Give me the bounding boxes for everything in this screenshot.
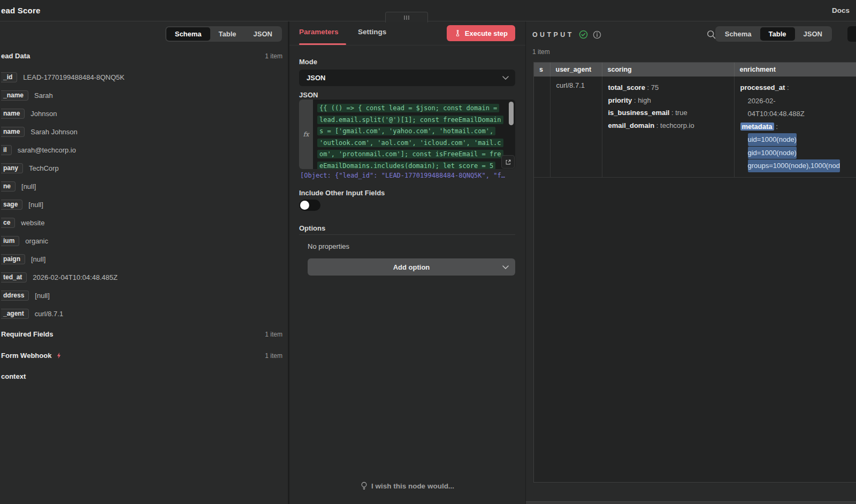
schema-field-row[interactable]: il sarah@techcorp.io xyxy=(1,141,285,159)
section-count: 1 item xyxy=(265,52,282,60)
mode-select-value: JSON xyxy=(307,74,325,82)
input-view-tabs: Schema Table JSON xyxy=(165,26,282,42)
panel-drag-handle[interactable] xyxy=(385,12,428,22)
schema-field-row[interactable]: ted_at 2026-02-04T10:04:48.485Z xyxy=(1,268,285,286)
code-line: om', 'protonmail.com']; const isFreeEmai… xyxy=(317,149,513,161)
cell-clipped xyxy=(534,77,550,177)
schema-field-row[interactable]: paign [null] xyxy=(1,250,285,268)
field-value: LEAD-1770199488484-8QNQ5K xyxy=(23,73,124,81)
output-tab-schema[interactable]: Schema xyxy=(716,27,760,41)
open-expression-editor-button[interactable] xyxy=(501,155,515,169)
schema-field-row[interactable]: ium organic xyxy=(1,232,285,250)
field-key-pill: ce xyxy=(1,218,15,228)
enrichment-processed-at: processed_at : 2026-02-04T10:04:48.488Z xyxy=(740,81,856,120)
output-view-tabs: Schema Table JSON xyxy=(715,26,832,42)
column-header-enrichment[interactable]: enrichment xyxy=(734,63,856,77)
metadata-value-highlight: uid=1000(node)gid=1000(node)groups=1000(… xyxy=(740,133,856,172)
mode-select[interactable]: JSON xyxy=(299,70,515,86)
section-context[interactable]: context xyxy=(1,372,282,380)
output-item-count: 1 item xyxy=(532,48,550,56)
field-value: Johnson xyxy=(30,110,57,118)
toggle-knob xyxy=(300,201,309,210)
panel-bottom-edge xyxy=(526,501,856,504)
expression-result-preview: [Object: {"lead_id": "LEAD-1770199488484… xyxy=(300,172,515,179)
column-header-user-agent[interactable]: user_agent xyxy=(550,63,602,77)
output-panel: OUTPUT Schema Table JSON 1 item s user_a… xyxy=(526,21,856,504)
wish-text: I wish this node would... xyxy=(371,482,454,490)
cell-user-agent: curl/8.7.1 xyxy=(550,77,602,177)
output-table-container: s user_agent scoring enrichment curl/8.7… xyxy=(533,62,856,483)
schema-field-row[interactable]: ne [null] xyxy=(1,177,285,195)
clipped-button[interactable] xyxy=(847,26,856,42)
no-properties-text: No properties xyxy=(308,242,349,250)
column-header-scoring[interactable]: scoring xyxy=(602,63,734,77)
output-tab-json[interactable]: JSON xyxy=(795,27,831,41)
docs-link[interactable]: Docs xyxy=(832,6,850,14)
field-value: [null] xyxy=(35,292,49,300)
input-tab-json[interactable]: JSON xyxy=(245,27,281,41)
input-panel: Schema Table JSON ead Data 1 item _id LE… xyxy=(0,21,288,504)
code-line: 'outlook.com', 'aol.com', 'icloud.com', … xyxy=(317,138,513,149)
node-wish-prompt[interactable]: I wish this node would... xyxy=(289,482,525,490)
search-icon[interactable] xyxy=(707,30,716,39)
schema-field-row[interactable]: sage [null] xyxy=(1,195,285,213)
output-table-row[interactable]: curl/8.7.1 total_score : 75 priority : h… xyxy=(534,77,856,177)
lightbulb-icon xyxy=(361,482,368,490)
section-count: 1 item xyxy=(265,331,282,338)
options-divider xyxy=(299,234,515,235)
schema-field-row[interactable]: _name Sarah xyxy=(1,86,285,104)
field-key-pill: _name xyxy=(1,90,28,101)
execute-step-button[interactable]: Execute step xyxy=(447,25,515,41)
lightning-icon xyxy=(56,352,63,359)
info-icon[interactable] xyxy=(593,30,601,39)
schema-field-row[interactable]: _agent curl/8.7.1 xyxy=(1,304,285,323)
section-label: context xyxy=(1,372,26,380)
code-lines[interactable]: {{ (() => { const lead = $json; const do… xyxy=(313,100,515,169)
schema-field-row[interactable]: ce website xyxy=(1,213,285,232)
field-key-pill: name xyxy=(1,127,25,137)
app-header: ead Score Docs xyxy=(0,0,856,21)
schema-field-row[interactable]: name Sarah Johnson xyxy=(1,123,285,141)
chevron-down-icon xyxy=(502,265,509,269)
scoring-entry: priority : high xyxy=(608,94,728,107)
section-form-webhook[interactable]: Form Webhook 1 item xyxy=(1,352,282,360)
input-tab-table[interactable]: Table xyxy=(210,27,245,41)
schema-field-row[interactable]: pany TechCorp xyxy=(1,159,285,177)
section-label: Required Fields xyxy=(1,330,54,338)
output-title: OUTPUT xyxy=(532,31,574,39)
parameters-panel: Parameters Settings Execute step Mode JS… xyxy=(289,21,525,504)
tab-settings[interactable]: Settings xyxy=(358,28,386,36)
output-table-header-row: s user_agent scoring enrichment xyxy=(534,63,856,77)
section-lead-data[interactable]: ead Data 1 item xyxy=(1,52,282,60)
schema-field-row[interactable]: name Johnson xyxy=(1,104,285,123)
input-tab-schema[interactable]: Schema xyxy=(166,27,210,41)
field-key-pill: sage xyxy=(1,200,22,210)
output-tab-table[interactable]: Table xyxy=(760,27,795,41)
add-option-button[interactable]: Add option xyxy=(308,258,515,276)
json-editor-label: JSON xyxy=(299,91,318,99)
output-title-row: OUTPUT xyxy=(532,30,601,39)
column-header-clipped[interactable]: s xyxy=(534,63,550,77)
code-line: s = ['gmail.com', 'yahoo.com', 'hotmail.… xyxy=(317,126,513,138)
field-value: sarah@techcorp.io xyxy=(18,146,76,154)
editor-scrollbar-thumb[interactable] xyxy=(509,102,514,125)
schema-field-row[interactable]: _id LEAD-1770199488484-8QNQ5K xyxy=(1,68,285,86)
scoring-entry: total_score : 75 xyxy=(608,81,728,94)
tab-parameters[interactable]: Parameters xyxy=(299,28,339,36)
field-value: Sarah xyxy=(34,91,53,100)
parameters-header: Parameters Settings Execute step xyxy=(289,21,525,45)
node-title: ead Score xyxy=(1,6,41,15)
section-label: ead Data xyxy=(1,52,30,60)
include-other-fields-toggle[interactable] xyxy=(299,200,320,211)
code-line: lead.email.split('@')[1]; const freeEmai… xyxy=(317,114,513,126)
scoring-entry: email_domain : techcorp.io xyxy=(608,119,728,132)
section-required-fields[interactable]: Required Fields 1 item xyxy=(1,330,282,338)
section-label: Form Webhook xyxy=(1,352,51,360)
field-key-pill: ne xyxy=(1,181,16,192)
metadata-key-highlight: metadata xyxy=(740,123,774,131)
schema-field-row[interactable]: ddress [null] xyxy=(1,286,285,304)
code-line: eEmailDomains.includes(domain); let scor… xyxy=(317,161,513,170)
field-value: Sarah Johnson xyxy=(30,128,77,136)
scoring-entry: is_business_email : true xyxy=(608,106,728,119)
json-expression-editor[interactable]: fx {{ (() => { const lead = $json; const… xyxy=(299,100,515,169)
